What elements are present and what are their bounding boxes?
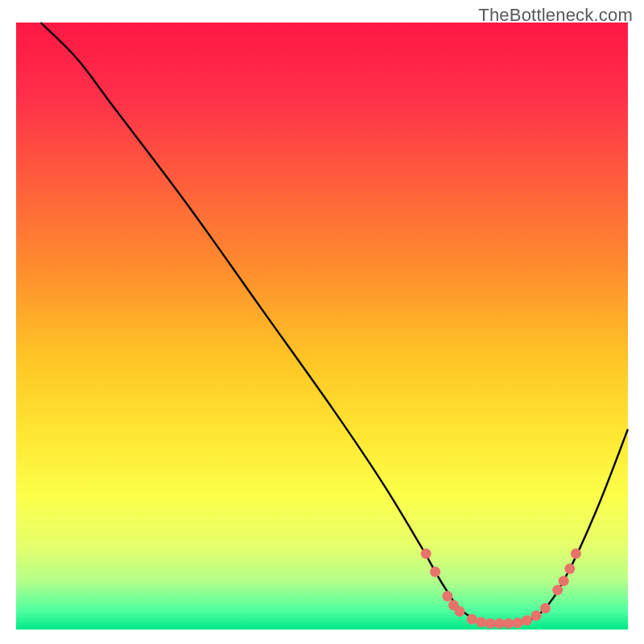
curve-marker xyxy=(564,564,575,574)
curve-marker xyxy=(494,618,505,629)
curve-marker xyxy=(503,618,514,629)
curve-marker xyxy=(522,615,532,625)
curve-marker xyxy=(559,576,569,586)
curve-marker xyxy=(552,584,563,595)
curve-marker xyxy=(485,618,496,629)
chart-frame: TheBottleneck.com xyxy=(0,0,644,644)
curve-marker xyxy=(540,603,551,613)
curve-marker xyxy=(476,617,486,627)
curve-marker xyxy=(442,591,452,601)
curve-marker xyxy=(455,606,465,617)
curve-marker xyxy=(430,567,440,577)
curve-marker xyxy=(571,548,581,559)
curve-marker xyxy=(531,610,542,621)
curve-marker xyxy=(467,614,477,625)
curve-marker xyxy=(513,617,523,628)
gradient-background xyxy=(16,23,628,630)
watermark-text: TheBottleneck.com xyxy=(478,5,633,26)
bottleneck-chart xyxy=(0,0,644,644)
curve-marker xyxy=(421,548,431,559)
